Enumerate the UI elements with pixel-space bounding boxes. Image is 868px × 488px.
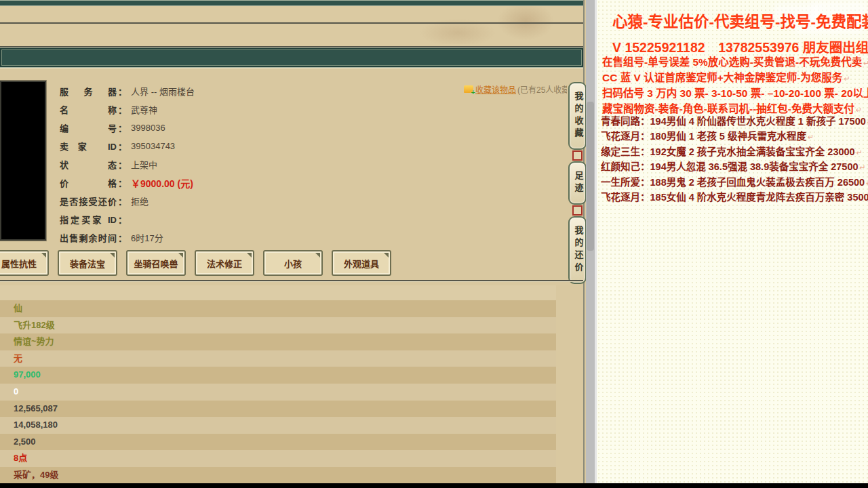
tab-my-counteroffers[interactable]: 我的还价: [568, 216, 587, 284]
tab-my-favorites[interactable]: 我的收藏: [568, 82, 587, 150]
detail-value: 395034743: [131, 141, 175, 151]
table-row: 8点: [0, 450, 556, 467]
detail-label: 名称: [60, 103, 117, 116]
detail-value: 6时17分: [131, 231, 163, 244]
detail-row: 出售剩余时间： 6时17分: [60, 228, 195, 247]
paragraph-mark: ↵: [863, 59, 868, 67]
ad-phone-line: V 15225921182 13782553976 朋友圈出组号↵: [612, 37, 868, 56]
table-row: 飞升182级: [0, 317, 556, 334]
detail-colon: ：: [118, 195, 127, 207]
detail-tab-label: 坐骑召唤兽: [134, 257, 178, 270]
ad-listing: 缘定三生：192女魔 2 孩子克水抽全满装备宝宝齐全 23000↵: [601, 144, 868, 159]
detail-label: 是否接受还价: [60, 195, 117, 207]
detail-label: 编号: [60, 121, 117, 134]
detail-row: 服务器： 人界 -- 烟雨楼台: [60, 82, 195, 100]
table-row: 仙: [0, 300, 556, 317]
detail-tab[interactable]: 坐骑召唤兽: [126, 250, 186, 276]
detail-label: 指定买家 ID: [60, 213, 117, 226]
tab-connector: [572, 150, 583, 161]
detail-tab-label: 小孩: [284, 257, 302, 270]
scrollbar-thumb[interactable]: [587, 102, 594, 251]
detail-tab-label: 法术修正: [207, 257, 242, 270]
second-green-bar: [0, 47, 583, 68]
detail-value: ￥9000.00 (元): [131, 176, 193, 190]
detail-row: 状态： 上架中: [60, 155, 195, 174]
item-details: 服务器： 人界 -- 烟雨楼台 名称： 武尊神 编号： 3998036 卖家 I…: [60, 82, 195, 247]
detail-value: 上架中: [131, 158, 157, 171]
paragraph-mark: ↵: [860, 163, 866, 171]
top-green-bar: [0, 0, 583, 6]
category-nav: [0, 22, 583, 44]
detail-colon: ：: [118, 176, 127, 189]
attributes-table: 仙飞升182级情谊~势力无97,000012,565,08714,058,180…: [0, 285, 556, 484]
detail-row: 卖家 ID： 395034743: [60, 137, 195, 155]
detail-tab[interactable]: 装备法宝: [58, 250, 117, 276]
ad-line: CC 蓝 V 认证首席鉴定师+大神金牌鉴定师-为您服务↵: [602, 70, 868, 85]
ad-listing: 飞花逐月：180男仙 1 老孩 5 级神兵雷克水程度↵: [601, 129, 868, 144]
detail-label: 出售剩余时间: [60, 231, 117, 244]
paragraph-mark: ↵: [856, 106, 862, 114]
game-trade-page: 服务器： 人界 -- 烟雨楼台 名称： 武尊神 编号： 3998036 卖家 I…: [0, 0, 585, 483]
paragraph-mark: ↵: [844, 75, 850, 83]
table-row: 采矿，49级: [0, 467, 556, 484]
table-cell: 飞升182级: [14, 320, 55, 330]
detail-value: 人界 -- 烟雨楼台: [131, 85, 195, 98]
detail-colon: ：: [118, 121, 127, 134]
detail-value: 武尊神: [131, 103, 157, 116]
detail-value: 拒绝: [131, 195, 149, 207]
table-row: 无: [0, 350, 556, 367]
ad-line: 扫码估号 3 万内 30 票- 3-10-50 票- –10-20-100 票-…: [602, 85, 868, 101]
detail-label: 服务器: [60, 85, 117, 98]
paragraph-mark: ↵: [808, 133, 814, 141]
detail-colon: ：: [118, 85, 127, 98]
paragraph-mark: ↵: [856, 148, 863, 157]
detail-label: 状态: [60, 158, 117, 171]
table-row: 12,565,087: [0, 401, 556, 418]
detail-tab[interactable]: 外观道具: [332, 250, 391, 276]
category-nav-strip: [0, 6, 583, 47]
table-row: 97,000: [0, 367, 556, 384]
table-cell: 0: [14, 386, 18, 396]
item-detail-panel: 服务器： 人界 -- 烟雨楼台 名称： 武尊神 编号： 3998036 卖家 I…: [0, 68, 583, 483]
tab-footprints[interactable]: 足迹: [568, 161, 587, 205]
tab-divider: [0, 280, 583, 282]
table-cell: 仙: [14, 303, 22, 313]
detail-tab-label: 属性抗性: [1, 257, 37, 270]
favorite-link-text[interactable]: 收藏该物品: [475, 83, 516, 95]
ad-title: 心猿-专业估价-代卖组号-找号-免费配装↵: [612, 9, 868, 31]
detail-tab[interactable]: 属性抗性: [0, 250, 49, 276]
detail-row: 价格： ￥9000.00 (元): [60, 174, 195, 192]
detail-colon: ：: [118, 158, 127, 171]
detail-tab[interactable]: 小孩: [263, 250, 323, 276]
detail-label: 卖家 ID: [60, 140, 117, 152]
ad-listings: 青春同路：194男仙 4 阶仙器传世水克火程度 1 新孩子 17500↵飞花逐月…: [601, 114, 868, 205]
detail-tab-label: 外观道具: [344, 257, 379, 270]
browser-scrollbar[interactable]: [586, 0, 597, 483]
table-cell: 2,500: [14, 436, 36, 447]
table-cell: 97,000: [14, 369, 41, 380]
detail-colon: ：: [118, 231, 127, 244]
table-row: 2,500: [0, 434, 556, 451]
ad-listing: 飞花逐月：185女仙 4 阶水克火程度青龙阵去疾百万亲密 35000↵: [601, 190, 868, 205]
favorite-count: (已有25人收藏): [517, 83, 567, 95]
detail-row: 编号： 3998036: [60, 119, 195, 137]
ad-listing: 一生所爱：188男鬼 2 老孩子回血鬼火装孟极去疾百万 26500↵: [601, 175, 868, 190]
bottom-black-bar: [0, 483, 868, 488]
favorite-link[interactable]: + 收藏该物品 (已有25人收藏): [464, 83, 567, 95]
ad-listing: 青春同路：194男仙 4 阶仙器传世水克火程度 1 新孩子 17500↵: [601, 114, 868, 129]
ad-listing: 红颜知己：194男人忽混 36.5强混 38.9装备宝宝齐全 27500↵: [601, 159, 868, 174]
screen: 服务器： 人界 -- 烟雨楼台 名称： 武尊神 编号： 3998036 卖家 I…: [0, 0, 868, 488]
detail-colon: ：: [118, 140, 127, 152]
favorite-folder-icon: +: [464, 85, 473, 93]
detail-tab-label: 装备法宝: [70, 257, 105, 270]
table-cell: 14,058,180: [14, 420, 58, 430]
attributes-table-header: [0, 285, 556, 300]
ad-lines: 在售组号-单号误差 5%放心选购-买贵管退-不玩免费代卖↵CC 蓝 V 认证首席…: [602, 54, 868, 117]
detail-colon: ：: [118, 213, 127, 226]
item-image-placeholder: [0, 81, 46, 241]
table-row: 情谊~势力: [0, 333, 556, 350]
detail-label: 价格: [60, 176, 117, 189]
detail-tab[interactable]: 法术修正: [195, 250, 254, 276]
detail-row: 指定买家 ID：: [60, 210, 195, 228]
table-cell: 情谊~势力: [14, 336, 54, 346]
